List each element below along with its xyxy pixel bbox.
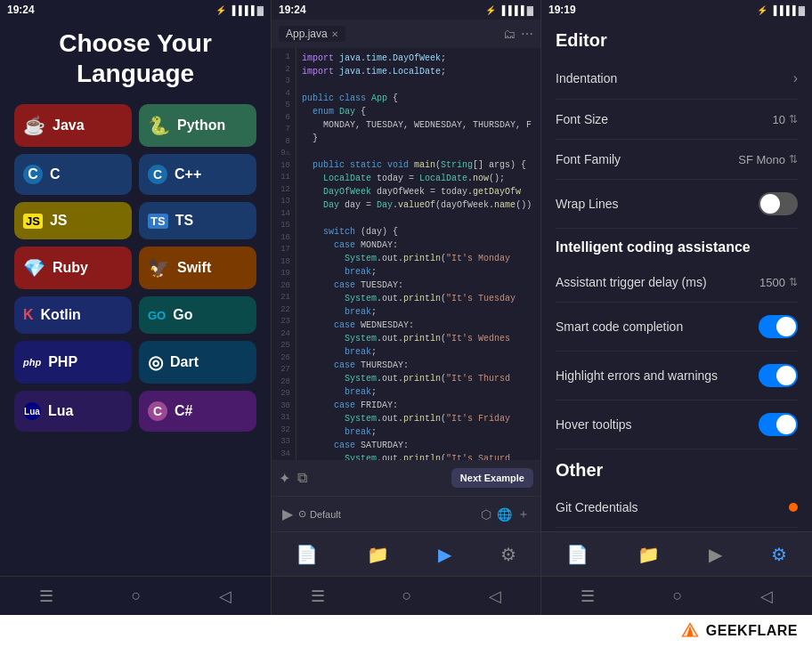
editor-doc-icon[interactable]: 📄 [296, 544, 318, 565]
screen2-back-icon[interactable]: ◁ [489, 586, 501, 606]
lang-button-lua[interactable]: Lua Lua [14, 391, 132, 432]
lang-button-kotlin[interactable]: K Kotlin [14, 296, 132, 334]
lang-button-cpp[interactable]: C C++ [139, 154, 256, 195]
highlight-errors-label: Highlight errors and warnings [556, 368, 718, 383]
flash-icon: ⚡ [215, 5, 226, 15]
kotlin-label: Kotlin [41, 307, 81, 323]
editor-settings-icon[interactable]: ⚙ [500, 544, 516, 565]
trigger-delay-stepper[interactable]: 1500 ⇅ [759, 276, 798, 289]
default-label: Default [310, 509, 341, 520]
screen2-status-icons: ⚡ ▐▐▐▐ ▓ [485, 5, 533, 15]
js-icon: JS [23, 214, 43, 229]
lang-button-c[interactable]: C C [14, 154, 132, 195]
screen3-back-icon[interactable]: ◁ [760, 586, 773, 606]
flash-icon2: ⚡ [485, 5, 496, 15]
git-credentials-label: Git Credentials [556, 500, 638, 514]
settings-git-credentials[interactable]: Git Credentials [556, 488, 798, 528]
settings-gear-icon[interactable]: ⚙ [771, 544, 787, 565]
font-size-stepper[interactable]: 10 ⇅ [773, 113, 798, 126]
dart-label: Dart [170, 354, 199, 370]
lang-button-dart[interactable]: ◎ Dart [139, 341, 256, 384]
ruby-icon: 💎 [23, 257, 45, 279]
home-icon[interactable]: ○ [132, 586, 142, 605]
editor-section-title: Editor [556, 20, 798, 58]
go-label: Go [173, 307, 192, 323]
wrap-lines-toggle[interactable] [759, 192, 798, 215]
lang-button-js[interactable]: JS JS [14, 202, 132, 239]
battery-icon2: ▓ [527, 5, 533, 15]
screen3-status-bar: 19:19 ⚡ ▐▐▐▐ ▓ [541, 0, 812, 20]
settings-terminal-icon[interactable]: ▶ [709, 544, 722, 565]
cs-icon: C [148, 401, 167, 421]
other-section-title: Other [556, 449, 798, 488]
next-example-button[interactable]: Next Example [451, 468, 533, 488]
settings-doc-icon[interactable]: 📄 [566, 544, 589, 565]
battery-icon: ▓ [257, 5, 264, 15]
menu-icon[interactable]: ☰ [39, 586, 53, 606]
highlight-errors-toggle[interactable] [759, 364, 798, 387]
default-indicator[interactable]: ⊙ Default [298, 508, 341, 520]
editor-bottom-bar: ▶ ⊙ Default ⬡ 🌐 ＋ [272, 496, 540, 531]
screen3-settings: 19:19 ⚡ ▐▐▐▐ ▓ Editor Indentation › Font… [541, 0, 812, 615]
code-content: import java.time.DayOfWeek; import java.… [296, 48, 540, 460]
trigger-delay-arrows-icon[interactable]: ⇅ [789, 276, 798, 288]
run-button[interactable]: ▶ [282, 505, 293, 522]
lang-button-swift[interactable]: 🦅 Swift [139, 247, 256, 289]
lang-button-java[interactable]: ☕ Java [14, 104, 132, 147]
more-icon[interactable]: ⋯ [521, 27, 533, 41]
swift-label: Swift [177, 260, 211, 276]
screen2-nav-bar: ☰ ○ ◁ [272, 576, 540, 615]
ts-label: TS [175, 213, 193, 229]
active-tab[interactable]: App.java ✕ [279, 26, 345, 42]
lang-button-cs[interactable]: C C# [139, 391, 256, 432]
lang-button-python[interactable]: 🐍 Python [139, 104, 256, 147]
settings-indentation[interactable]: Indentation › [556, 58, 798, 100]
settings-folder-icon[interactable]: 📁 [637, 544, 660, 565]
c-icon: C [23, 165, 43, 184]
editor-toolbar: ✦ ⧉ Next Example [272, 460, 540, 496]
smart-completion-toggle[interactable] [759, 315, 798, 338]
screen2-status-bar: 19:24 ⚡ ▐▐▐▐ ▓ [272, 0, 540, 20]
chooser-title: Choose Your Language [59, 28, 212, 88]
geekflare-branding: GEEKFLARE [0, 615, 812, 647]
font-family-arrows-icon[interactable]: ⇅ [789, 153, 798, 166]
font-family-stepper[interactable]: SF Mono ⇅ [738, 153, 798, 166]
geekflare-logo-icon [679, 620, 701, 642]
lang-button-ts[interactable]: TS TS [139, 202, 256, 239]
tab-close-icon[interactable]: ✕ [331, 29, 338, 39]
screen3-menu-icon[interactable]: ☰ [581, 586, 595, 606]
font-size-arrows-icon[interactable]: ⇅ [789, 113, 798, 125]
php-icon: php [23, 357, 41, 368]
lang-button-ruby[interactable]: 💎 Ruby [14, 247, 132, 289]
copy-icon[interactable]: ⧉ [297, 470, 307, 486]
screen2-home-icon[interactable]: ○ [402, 586, 412, 605]
screen3-bottom-icons: 📄 📁 ▶ ⚙ [541, 531, 812, 576]
settings-dot-icon: ⊙ [298, 508, 306, 520]
back-icon[interactable]: ◁ [219, 586, 231, 606]
cpp-label: C++ [175, 166, 201, 182]
add-snippet-icon[interactable]: ✦ [279, 470, 290, 487]
screen2-menu-icon[interactable]: ☰ [311, 586, 325, 606]
java-label: Java [53, 117, 85, 133]
python-label: Python [177, 117, 225, 133]
screen2-bottom-icons: 📄 📁 ▶ ⚙ [272, 531, 540, 576]
trigger-delay-value: 1500 [759, 276, 785, 289]
hover-tooltips-toggle[interactable] [759, 413, 798, 436]
terminal-icon[interactable]: ⬡ [481, 507, 491, 522]
plus-icon[interactable]: ＋ [517, 506, 530, 522]
geekflare-name: GEEKFLARE [706, 623, 798, 639]
lang-button-php[interactable]: php PHP [14, 341, 132, 384]
cs-label: C# [175, 403, 192, 419]
settings-trigger-delay: Assistant trigger delay (ms) 1500 ⇅ [556, 263, 798, 303]
screen1-time: 19:24 [7, 4, 35, 16]
font-size-label: Font Size [556, 112, 608, 126]
editor-folder-icon[interactable]: 📁 [367, 544, 389, 565]
screen3-home-icon[interactable]: ○ [673, 586, 683, 605]
globe-icon[interactable]: 🌐 [497, 507, 512, 522]
settings-body: Editor Indentation › Font Size 10 ⇅ Font… [541, 20, 812, 531]
wrap-lines-knob [760, 194, 780, 214]
lang-button-go[interactable]: GO Go [139, 296, 256, 334]
folder-icon[interactable]: 🗂 [503, 27, 516, 41]
editor-terminal-icon[interactable]: ▶ [438, 544, 451, 565]
smart-completion-knob [776, 317, 796, 336]
